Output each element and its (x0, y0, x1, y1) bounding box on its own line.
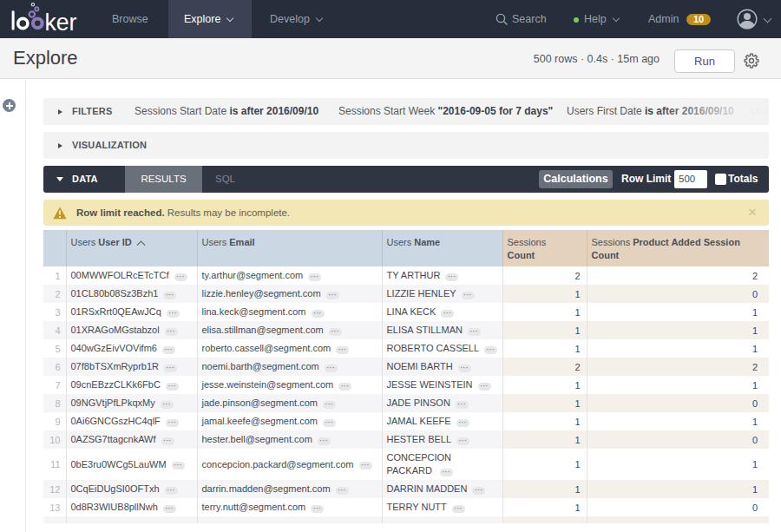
svg-text:ker: ker (45, 9, 77, 36)
